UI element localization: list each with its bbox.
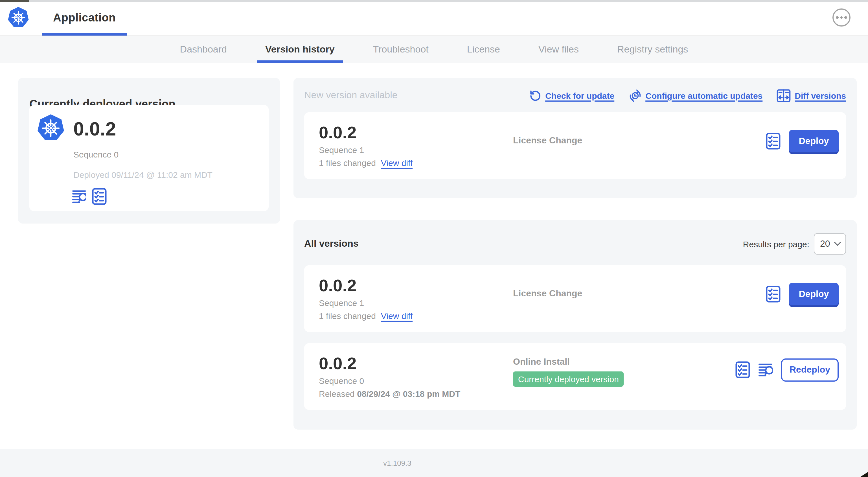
ellipsis-icon <box>836 17 839 19</box>
preflight-checks-icon[interactable] <box>766 133 780 150</box>
view-diff-link[interactable]: View diff <box>381 311 412 321</box>
version-number: 0.0.2 <box>319 353 356 374</box>
active-app-tab-underline <box>42 33 127 35</box>
preflight-checks-icon[interactable] <box>766 286 780 303</box>
results-per-page-label: Results per page: <box>743 239 809 249</box>
results-per-page-select[interactable]: 20 <box>814 233 846 255</box>
currently-deployed-badge: Currently deployed version <box>513 371 624 387</box>
diff-versions-link[interactable]: Diff versions <box>777 89 846 102</box>
refresh-icon <box>529 89 541 101</box>
files-changed-label: 1 files changed <box>319 158 376 168</box>
version-source-label: License Change <box>513 136 582 146</box>
version-row: 0.0.2 Sequence 0 Released 08/29/24 @ 03:… <box>304 343 846 410</box>
main-content: Currently deployed version 0.0.2 Sequenc… <box>0 63 868 449</box>
diff-icon <box>777 89 791 102</box>
subnav-tabs: Dashboard Version history Troubleshoot L… <box>0 36 868 63</box>
current-version-sequence: Sequence 0 <box>73 150 119 159</box>
tab-license[interactable]: License <box>459 36 508 63</box>
new-version-heading: New version available <box>304 90 398 101</box>
view-logs-icon[interactable] <box>758 363 773 377</box>
app-window: Application Dashboard Version history Tr… <box>0 0 868 477</box>
preflight-checks-icon[interactable] <box>92 188 107 205</box>
view-diff-link[interactable]: View diff <box>381 158 412 168</box>
results-per-page-value: 20 <box>820 239 830 249</box>
version-released-timestamp: Released 08/29/24 @ 03:18 pm MDT <box>319 389 460 398</box>
version-source-label: Online Install <box>513 357 570 367</box>
redeploy-button[interactable]: Redeploy <box>781 358 839 381</box>
new-version-section: New version available Check for update C… <box>293 78 857 198</box>
chevron-down-icon <box>834 242 841 246</box>
app-tab[interactable]: Application <box>42 0 127 35</box>
tab-view-files[interactable]: View files <box>530 36 587 63</box>
all-versions-section: All versions Results per page: 20 0.0.2 … <box>293 220 857 429</box>
app-title: Application <box>53 11 116 24</box>
version-number: 0.0.2 <box>319 275 356 296</box>
app-header: Application <box>0 0 868 36</box>
current-version-number: 0.0.2 <box>73 117 116 140</box>
deploy-button[interactable]: Deploy <box>789 130 839 152</box>
version-sequence: Sequence 0 <box>319 376 364 386</box>
window-top-border-artifact <box>0 0 29 2</box>
version-row: 0.0.2 Sequence 1 1 files changed View di… <box>304 265 846 332</box>
tab-dashboard[interactable]: Dashboard <box>172 36 235 63</box>
preflight-checks-icon[interactable] <box>735 361 750 378</box>
footer: v1.109.3 <box>0 449 868 477</box>
tab-version-history[interactable]: Version history <box>257 36 343 63</box>
files-changed-label: 1 files changed <box>319 311 376 321</box>
current-version-deployed-timestamp: Deployed 09/11/24 @ 11:02 am MDT <box>73 170 213 180</box>
tab-registry-settings[interactable]: Registry settings <box>609 36 696 63</box>
tab-troubleshoot[interactable]: Troubleshoot <box>365 36 437 63</box>
check-for-update-link[interactable]: Check for update <box>529 89 614 101</box>
version-number: 0.0.2 <box>319 122 356 143</box>
version-source-label: License Change <box>513 289 582 299</box>
deploy-button[interactable]: Deploy <box>789 283 839 305</box>
clock-refresh-icon <box>628 89 642 102</box>
version-sequence: Sequence 1 <box>319 145 364 155</box>
version-sequence: Sequence 1 <box>319 298 364 308</box>
kubernetes-logo-icon <box>37 114 65 142</box>
view-logs-icon[interactable] <box>72 189 86 204</box>
more-options-button[interactable] <box>832 8 850 27</box>
configure-automatic-updates-link[interactable]: Configure automatic updates <box>628 89 763 102</box>
currently-deployed-card: Currently deployed version 0.0.2 Sequenc… <box>18 78 280 223</box>
kubernetes-logo-icon <box>7 6 29 29</box>
all-versions-heading: All versions <box>304 238 359 249</box>
currently-deployed-version-card: 0.0.2 Sequence 0 Deployed 09/11/24 @ 11:… <box>29 105 269 211</box>
window-top-border <box>0 0 868 2</box>
console-version: v1.109.3 <box>383 449 411 477</box>
new-version-row: 0.0.2 Sequence 1 1 files changed View di… <box>304 112 846 179</box>
